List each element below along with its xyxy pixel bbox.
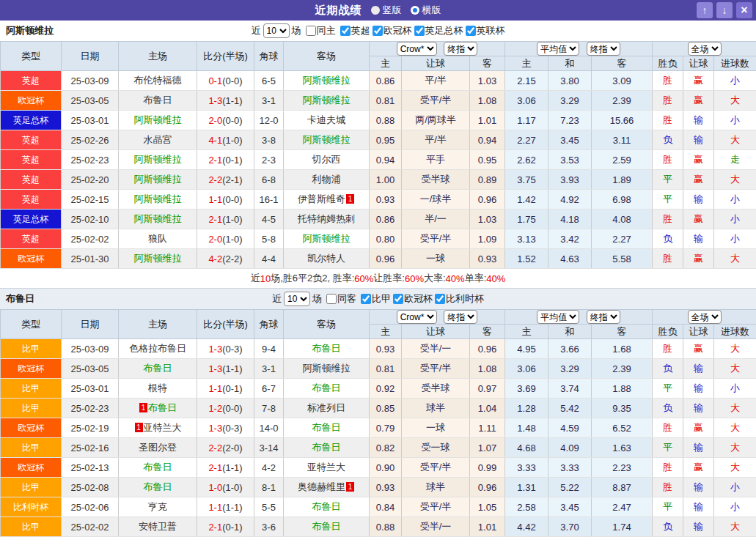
odds-away: 0.89 <box>470 170 505 190</box>
corner-count: 9-4 <box>254 339 284 359</box>
odds-handicap: 受一球 <box>402 438 470 458</box>
odds-handicap: 半/一 <box>402 210 470 229</box>
league-filter[interactable]: 英联杯 <box>466 24 505 37</box>
goals-result-cell: 大 <box>714 339 756 359</box>
bookmaker-select[interactable]: Crow* <box>397 42 437 56</box>
odds-handicap: 受半球 <box>402 170 470 190</box>
close-button[interactable]: × <box>736 2 752 18</box>
same-venue-checkbox[interactable] <box>306 26 316 36</box>
odds-away: 0.93 <box>470 249 505 269</box>
move-up-button[interactable]: ↑ <box>697 2 713 18</box>
handicap-result-cell: 赢 <box>683 210 714 229</box>
match-score: 1-3(0-3) <box>197 418 254 438</box>
league-checkbox[interactable] <box>414 26 425 36</box>
away-team: 标准列日 <box>284 399 370 418</box>
goals-result-cell: 大 <box>714 91 756 111</box>
odds-away: 0.96 <box>470 339 505 359</box>
league-filter[interactable]: 欧冠杯 <box>373 24 412 37</box>
league-badge: 比甲 <box>1 478 62 497</box>
league-badge: 欧冠杯 <box>1 91 62 111</box>
odds-handicap: 平/半 <box>402 71 470 91</box>
league-filter[interactable]: 比甲 <box>361 292 391 305</box>
avg-home: 1.31 <box>505 478 548 497</box>
league-filter[interactable]: 欧冠杯 <box>393 292 433 305</box>
league-badge: 比甲 <box>1 517 62 537</box>
fulltime-score: 1-2 <box>208 403 222 414</box>
league-checkbox[interactable] <box>361 294 371 304</box>
odds-handicap: 受平/半 <box>402 359 470 379</box>
result-cell: 负 <box>653 517 683 537</box>
result-cell: 负 <box>653 229 683 249</box>
table-row: 比利时杯 25-02-06 亨克 1-1(1-1) 5-5 布鲁日 0.84 受… <box>1 497 756 517</box>
layout-radio-vertical[interactable]: 竖版 <box>371 4 402 17</box>
avg-home: 1.75 <box>505 210 548 229</box>
halftime-score: (0-0) <box>222 75 242 86</box>
league-checkbox[interactable] <box>435 294 445 304</box>
league-filter[interactable]: 英超 <box>340 24 370 37</box>
avg-draw: 4.59 <box>548 418 592 438</box>
average-select[interactable]: 平均值 <box>537 310 579 324</box>
league-checkbox[interactable] <box>340 26 351 36</box>
league-filters: 英超欧冠杯英足总杯英联杯 <box>338 24 505 38</box>
home-team: 圣图尔登 <box>119 438 197 458</box>
fulltime-select[interactable]: 全场 <box>688 42 722 56</box>
odds-handicap: 受半球 <box>402 379 470 399</box>
odds-away: 1.04 <box>470 399 505 418</box>
same-venue-checkbox[interactable] <box>326 294 337 304</box>
layout-radio-horizontal[interactable]: 横版 <box>411 4 441 17</box>
match-count-select[interactable]: 10 <box>284 292 310 306</box>
result-cell: 胜 <box>653 150 683 170</box>
corner-count: 5-5 <box>254 497 284 517</box>
avg-away: 1.68 <box>592 339 653 359</box>
avg-draw: 3.53 <box>548 150 592 170</box>
avg-home: 2.27 <box>505 130 548 150</box>
result-cell: 负 <box>653 399 683 418</box>
match-count-select[interactable]: 10 <box>263 23 290 38</box>
corner-count: 7-8 <box>254 399 284 418</box>
bookmaker-select[interactable]: Crow* <box>397 310 437 324</box>
final-odds-select[interactable]: 终指 <box>444 310 477 324</box>
final-odds-select-2[interactable]: 终指 <box>587 42 620 56</box>
fulltime-score: 1-1 <box>208 194 222 205</box>
same-venue-filter[interactable]: 同客 <box>326 292 356 305</box>
league-checkbox[interactable] <box>373 26 383 36</box>
home-team: 布鲁日 <box>119 478 197 497</box>
home-team: 阿斯顿维拉 <box>119 170 197 190</box>
league-badge: 欧冠杯 <box>1 418 62 438</box>
avg-home: 1.17 <box>505 111 548 130</box>
final-odds-select[interactable]: 终指 <box>444 42 477 56</box>
odds-handicap: 受平/半 <box>402 458 470 478</box>
match-date: 25-02-10 <box>62 210 119 229</box>
same-venue-filter[interactable]: 同主 <box>306 24 336 37</box>
fulltime-select[interactable]: 全场 <box>688 310 722 324</box>
goals-result-cell: 大 <box>714 438 756 458</box>
avg-away: 1.89 <box>592 170 653 190</box>
col-result: 胜负 <box>653 325 683 339</box>
final-odds-select-2[interactable]: 终指 <box>587 310 620 324</box>
league-filter[interactable]: 比利时杯 <box>435 292 484 305</box>
corner-count: 4-5 <box>254 210 284 229</box>
goals-result-cell: 小 <box>714 478 756 497</box>
avg-away: 2.47 <box>592 497 653 517</box>
radio-icon <box>411 6 419 15</box>
home-team: 布伦特福德 <box>119 71 197 91</box>
home-team: 水晶宫 <box>119 130 197 150</box>
league-label: 英联杯 <box>477 24 505 37</box>
odds-home: 0.88 <box>370 517 402 537</box>
handicap-result-cell: 输 <box>683 399 714 418</box>
summary-text: 场,胜6平2负2, 胜率: <box>271 272 354 285</box>
home-team: 阿斯顿维拉 <box>119 249 197 269</box>
move-down-button[interactable]: ↓ <box>716 2 733 18</box>
col-avg-draw: 和 <box>548 56 592 71</box>
league-filter[interactable]: 英足总杯 <box>414 24 463 37</box>
league-checkbox[interactable] <box>393 294 403 304</box>
avg-away: 2.23 <box>592 458 653 478</box>
window-buttons: ↑ ↓ × <box>697 2 752 18</box>
league-checkbox[interactable] <box>466 26 476 36</box>
col-score: 比分(半场) <box>197 310 254 339</box>
average-select[interactable]: 平均值 <box>537 42 579 56</box>
filter-bar: 近 10 场 同客 比甲欧冠杯比利时杯 <box>272 292 484 306</box>
col-avg-draw: 和 <box>548 325 592 339</box>
corner-count: 6-5 <box>254 71 284 91</box>
avg-draw: 3.66 <box>548 339 592 359</box>
